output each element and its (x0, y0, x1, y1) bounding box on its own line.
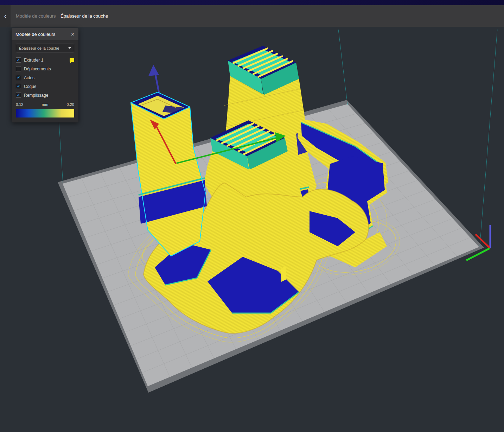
color-scheme-panel: Modèle de couleurs ✕ Épaisseur de la cou… (12, 28, 78, 122)
checkbox-label: Déplacements (24, 66, 51, 71)
back-chevron-icon[interactable]: ‹ (0, 5, 11, 27)
material-color-icon (70, 58, 74, 62)
checkbox-label: Aides (24, 75, 34, 80)
checkbox-icon[interactable]: ✓ (16, 84, 21, 89)
checkbox-shell[interactable]: ✓ Coque (16, 82, 74, 91)
layer-thickness-gradient (16, 109, 74, 117)
cura-preview-screen: { "top_bar": { "prepare_label": "PRÉPARE… (0, 0, 504, 432)
checkbox-extruder-1[interactable]: ✓ Extruder 1 (16, 56, 74, 64)
top-app-bar (0, 0, 504, 5)
checkbox-icon[interactable]: ✓ (16, 57, 21, 63)
breadcrumb-layer-thickness[interactable]: Épaisseur de la couche (60, 5, 108, 27)
legend-max: 0.20 (55, 102, 74, 107)
checkbox-infill[interactable]: ✓ Remplissage (16, 91, 74, 100)
checkbox-label: Extruder 1 (24, 58, 43, 63)
checkbox-label: Remplissage (24, 93, 48, 98)
panel-title: Modèle de couleurs (15, 32, 55, 37)
panel-body: Épaisseur de la couche ✓ Extruder 1 Dépl… (12, 40, 78, 122)
chevron-down-icon (68, 47, 71, 49)
checkbox-icon[interactable]: ✓ (16, 93, 21, 98)
legend-labels: 0.12 mm 0.20 (16, 102, 74, 107)
legend-min: 0.12 (16, 102, 35, 107)
checkbox-icon[interactable] (16, 66, 21, 71)
checkbox-icon[interactable]: ✓ (16, 75, 21, 80)
checkbox-travels[interactable]: Déplacements (16, 64, 74, 73)
checkbox-label: Coque (24, 84, 36, 89)
checkbox-helpers[interactable]: ✓ Aides (16, 73, 74, 82)
close-icon[interactable]: ✕ (71, 32, 75, 37)
dropdown-value: Épaisseur de la couche (19, 46, 59, 50)
breadcrumb-color-scheme[interactable]: Modèle de couleurs (16, 5, 56, 27)
panel-header[interactable]: Modèle de couleurs ✕ (12, 28, 78, 40)
legend-unit: mm (35, 102, 55, 107)
color-scheme-dropdown[interactable]: Épaisseur de la couche (16, 44, 74, 52)
view-mode-bar: ‹ Modèle de couleurs Épaisseur de la cou… (0, 5, 504, 27)
